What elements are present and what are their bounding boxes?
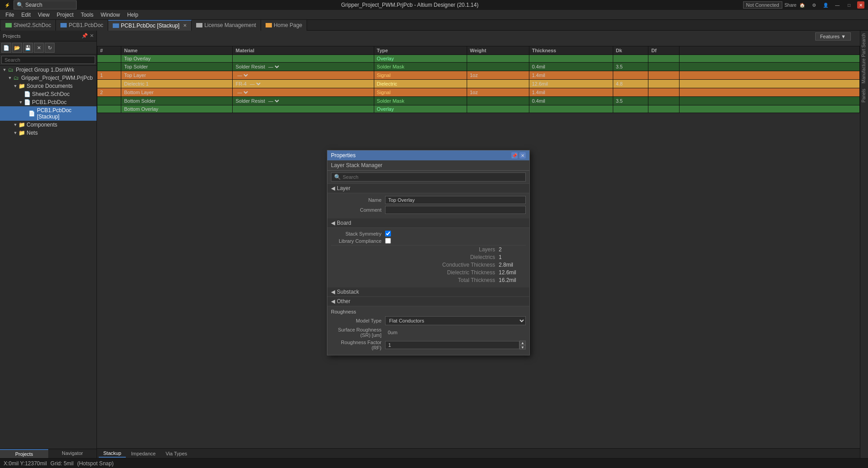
cell-name[interactable]: Dielectric 1 — [121, 80, 233, 88]
minimize-button[interactable]: — — [834, 1, 841, 9]
cell-num — [97, 55, 121, 63]
sidebar-pin-icon[interactable]: 📌 — [82, 33, 88, 39]
rpanel-manufacture-search[interactable]: Manufacture Part Search — [860, 31, 868, 86]
section-substack-header[interactable]: ◀ Substack — [327, 287, 529, 297]
tree-arrow-6[interactable]: ▼ — [13, 123, 18, 127]
material-select[interactable]: — — [248, 81, 262, 87]
cell-name[interactable]: Top Layer — [121, 71, 233, 80]
tree-arrow-4[interactable]: ▼ — [18, 100, 23, 105]
bottom-tab-via-types[interactable]: Via Types — [161, 450, 192, 457]
model-type-select[interactable]: Flat Conductors Huray Model Cannonball M… — [385, 316, 526, 325]
props-header: Layer Stack Manager — [327, 160, 529, 171]
layer-comment-input[interactable] — [385, 206, 526, 214]
roughness-factor-input[interactable] — [385, 341, 519, 349]
section-layer-header[interactable]: ◀ Layer — [327, 184, 529, 193]
cell-type: Signal — [374, 71, 467, 80]
tree-arrow-2[interactable]: ▼ — [13, 84, 18, 88]
close-project-btn[interactable]: ✕ — [34, 43, 44, 53]
surface-roughness-label: Surface Roughness (SR) [um] — [331, 327, 385, 338]
tree-arrow-0[interactable]: ▼ — [2, 68, 7, 72]
menu-tools[interactable]: Tools — [77, 11, 97, 19]
tree-item-nets[interactable]: ▼ 📁 Nets — [0, 129, 96, 137]
col-df: Df — [648, 46, 680, 55]
section-other-header[interactable]: ◀ Other — [327, 297, 529, 306]
cell-name[interactable]: Bottom Solder — [121, 97, 233, 105]
spinbox-up-btn[interactable]: ▲ — [519, 341, 526, 345]
cell-material: FR-4 — — [233, 80, 374, 88]
sidebar-search-input[interactable] — [1, 56, 95, 64]
tab-pcb1[interactable]: PCB1.PcbDoc — [56, 20, 108, 31]
tree-item-pcb1[interactable]: ▼ 📄 PCB1.PcbDoc — [0, 98, 96, 106]
props-close-btn[interactable]: ✕ — [519, 152, 526, 159]
tab-sheet2[interactable]: Sheet2.SchDoc — [1, 20, 56, 31]
tree-item-gripper[interactable]: ▼ 🗂 Gripper_Project_PWM.PrjPcb — [0, 74, 96, 82]
props-pin-btn[interactable]: 📌 — [511, 152, 518, 159]
menu-window[interactable]: Window — [97, 11, 124, 19]
library-compliance-checkbox[interactable] — [385, 238, 391, 244]
bottom-tab-impedance[interactable]: Impedance — [127, 450, 160, 457]
tab-home[interactable]: Home Page — [261, 20, 307, 31]
sidebar-tab-navigator[interactable]: Navigator — [48, 449, 96, 458]
cell-name[interactable]: Top Overlay — [121, 55, 233, 63]
menu-help[interactable]: Help — [124, 11, 142, 19]
material-select[interactable]: — — [266, 64, 280, 70]
settings-icon[interactable]: ⚙ — [810, 1, 817, 9]
tree-label-5: PCB1.PcbDoc [Stackup] — [37, 107, 95, 120]
title-search-box[interactable]: 🔍 Search — [14, 0, 77, 9]
menu-file[interactable]: File — [2, 11, 18, 19]
close-button[interactable]: ✕ — [857, 1, 864, 9]
prop-comment-label: Comment — [331, 207, 385, 213]
tab-license[interactable]: License Management — [192, 20, 261, 31]
props-search-input[interactable] — [343, 174, 523, 180]
tree-arrow-7[interactable]: ▼ — [13, 131, 18, 135]
menu-edit[interactable]: Edit — [18, 11, 34, 19]
sidebar-bottom-tabs: Projects Navigator — [0, 449, 96, 458]
user-icon[interactable]: 👤 — [822, 1, 829, 9]
cell-name[interactable]: Top Solder — [121, 63, 233, 71]
tree-item-pcb1-stackup[interactable]: 📄 PCB1.PcbDoc [Stackup] — [0, 106, 96, 121]
tree-item-sheet2[interactable]: 📄 Sheet2.SchDoc — [0, 90, 96, 98]
menu-view[interactable]: View — [34, 11, 53, 19]
cell-dk: 3.5 — [613, 63, 648, 71]
prop-comment-value — [385, 206, 526, 214]
model-type-label: Model Type — [331, 318, 385, 323]
open-btn[interactable]: 📂 — [12, 43, 22, 53]
app-title: Gripper_Project_PWM.PrjPcb - Altium Desi… — [77, 2, 743, 8]
library-compliance-label: Library Compliance — [331, 238, 385, 244]
tab-pcb1-stackup[interactable]: PCB1.PcbDoc [Stackup] ✕ — [108, 20, 192, 31]
project-tree: ▼ 🗂 Project Group 1.DsnWrk ▼ 🗂 Gripper_P… — [0, 66, 96, 449]
spinbox-buttons: ▲ ▼ — [519, 341, 526, 350]
tab-close-icon[interactable]: ✕ — [183, 23, 187, 28]
section-board-header[interactable]: ◀ Board — [327, 218, 529, 228]
bottom-tab-stackup[interactable]: Stackup — [99, 450, 126, 458]
material-select[interactable]: — — [266, 98, 280, 104]
cell-name[interactable]: Bottom Overlay — [121, 105, 233, 113]
material-select[interactable]: — — [235, 89, 249, 95]
rpanel-panels[interactable]: Panels — [860, 86, 868, 105]
spinbox-down-btn[interactable]: ▼ — [519, 345, 526, 350]
save-btn[interactable]: 💾 — [23, 43, 33, 53]
tree-arrow-1[interactable]: ▼ — [7, 76, 13, 80]
section-board-arrow: ◀ — [331, 220, 335, 226]
tree-item-projectgroup[interactable]: ▼ 🗂 Project Group 1.DsnWrk — [0, 66, 96, 74]
cell-name[interactable]: Bottom Layer — [121, 88, 233, 97]
prop-name-label: Name — [331, 197, 385, 203]
maximize-button[interactable]: □ — [845, 1, 853, 9]
tree-item-source-docs[interactable]: ▼ 📁 Source Documents — [0, 82, 96, 90]
stack-symmetry-checkbox[interactable] — [385, 231, 391, 236]
cell-weight: 1oz — [467, 71, 529, 80]
tab-label-pcb1: PCB1.PcbDoc — [69, 22, 103, 28]
refresh-btn[interactable]: ↻ — [45, 43, 55, 53]
menu-project[interactable]: Project — [53, 11, 77, 19]
bottom-tabs: Stackup Impedance Via Types — [97, 448, 860, 458]
layer-name-input[interactable] — [385, 196, 526, 204]
tab-icon-pcb — [60, 23, 67, 27]
sidebar-tab-projects[interactable]: Projects — [0, 449, 48, 458]
material-select[interactable]: — — [235, 72, 249, 78]
share-button[interactable]: Share — [787, 1, 794, 9]
new-project-btn[interactable]: 📄 — [1, 43, 11, 53]
home-icon[interactable]: 🏠 — [799, 1, 806, 9]
features-button[interactable]: Features ▼ — [815, 32, 851, 41]
sidebar-close-icon[interactable]: ✕ — [90, 33, 94, 39]
tree-item-components[interactable]: ▼ 📁 Components — [0, 121, 96, 129]
